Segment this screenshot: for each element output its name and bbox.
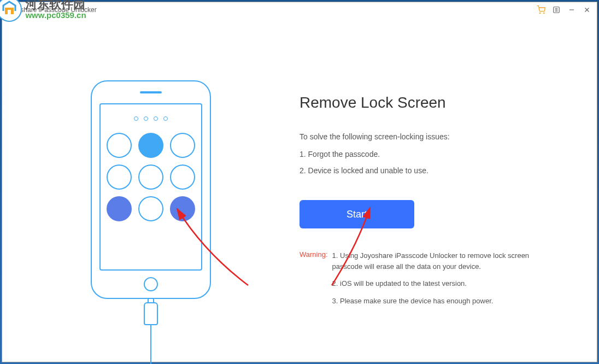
warning-item: 1. Using Joyoshare iPasscode Unlocker to…	[332, 250, 537, 272]
content-area: Remove Lock Screen To solve the followin…	[2, 17, 597, 362]
info-panel: Remove Lock Screen To solve the followin…	[300, 17, 597, 362]
menu-icon[interactable]	[551, 4, 562, 15]
svg-rect-13	[8, 10, 11, 14]
cable-illustration	[144, 299, 158, 364]
svg-point-1	[544, 13, 544, 13]
page-heading: Remove Lock Screen	[300, 94, 537, 111]
subtitle: To solve the following screen-locking is…	[300, 132, 537, 141]
issue-item: 1. Forgot the passcode.	[300, 150, 537, 158]
illustration-panel	[2, 17, 300, 362]
svg-point-0	[539, 13, 540, 13]
app-window: Joyoshare iPasscode Unlocker	[2, 2, 597, 362]
warning-item: 2. iOS will be updated to the latest ver…	[332, 278, 537, 289]
warning-item: 3. Please make sure the device has enoug…	[332, 296, 537, 307]
start-button[interactable]: Start	[300, 200, 414, 228]
issue-item: 2. Device is locked and unable to use.	[300, 166, 537, 175]
watermark-url: www.pc0359.cn	[25, 10, 86, 20]
close-icon[interactable]	[582, 4, 592, 15]
watermark: 河东软件园 www.pc0359.cn	[0, 0, 86, 22]
watermark-text: 河东软件园	[25, 0, 86, 10]
minimize-icon[interactable]	[566, 4, 577, 15]
titlebar: Joyoshare iPasscode Unlocker	[2, 2, 597, 17]
phone-illustration	[91, 80, 211, 299]
warning-block: Warning: 1. Using Joyoshare iPasscode Un…	[300, 250, 537, 313]
cart-icon[interactable]	[536, 4, 547, 15]
warning-label: Warning:	[300, 250, 328, 313]
